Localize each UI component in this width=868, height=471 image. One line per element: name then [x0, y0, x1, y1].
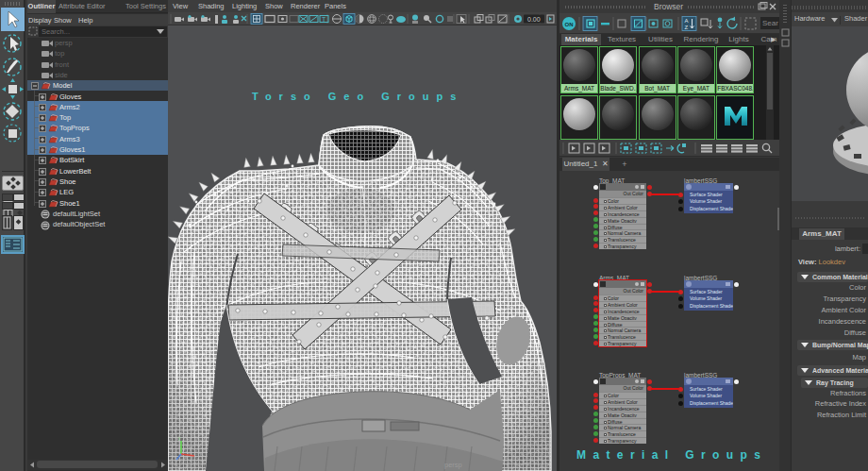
- svg-text:ON: ON: [565, 22, 574, 27]
- svg-text:Z: Z: [685, 25, 689, 30]
- svg-text:y: y: [178, 435, 181, 441]
- svg-text:A: A: [685, 18, 689, 24]
- svg-text:0.00: 0.00: [527, 16, 541, 23]
- svg-text:T: T: [322, 16, 326, 23]
